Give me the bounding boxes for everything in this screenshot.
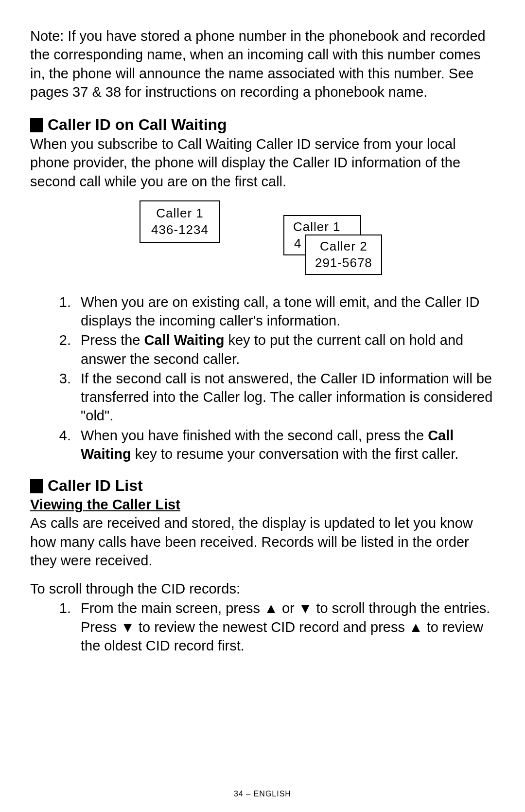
- step-1: When you are on existing call, a tone wi…: [75, 293, 495, 330]
- heading-text: Caller ID on Call Waiting: [48, 116, 227, 134]
- lcd-display-1: Caller 1 436-1234: [140, 200, 220, 243]
- lcd-front-line1: Caller 2: [315, 238, 372, 255]
- lcd-diagram-row: Caller 1 436-1234 Caller 1 4 Caller 2 29…: [30, 200, 495, 278]
- step4-pre: When you have finished with the second c…: [81, 428, 428, 443]
- heading-text: Caller ID List: [48, 477, 143, 495]
- scroll-step-1: From the main screen, press ▲ or ▼ to sc…: [75, 599, 495, 655]
- step-3: If the second call is not answered, the …: [75, 369, 495, 425]
- lcd-back-line1: Caller 1: [293, 219, 351, 235]
- up-arrow-icon: ▲: [409, 618, 423, 636]
- section-heading-caller-id-waiting: Caller ID on Call Waiting: [30, 116, 495, 134]
- s1d: to review the newest CID record and pres…: [135, 619, 409, 635]
- section1-body: When you subscribe to Call Waiting Calle…: [30, 135, 495, 191]
- subheading-viewing: Viewing the Caller List: [30, 497, 495, 513]
- section-heading-caller-id-list: Caller ID List: [30, 477, 495, 495]
- note-paragraph: Note: If you have stored a phone number …: [30, 27, 495, 101]
- down-arrow-icon: ▼: [298, 599, 313, 617]
- lcd-front-line2: 291-5678: [315, 255, 372, 271]
- heading-block-icon: [30, 118, 43, 132]
- heading-block-icon: [30, 479, 43, 493]
- lcd-front-display: Caller 2 291-5678: [305, 235, 382, 275]
- section2-steps: From the main screen, press ▲ or ▼ to sc…: [75, 599, 495, 655]
- section2-lead: To scroll through the CID records:: [30, 579, 495, 598]
- lcd-stack: Caller 1 4 Caller 2 291-5678: [283, 215, 385, 278]
- step-2: Press the Call Waiting key to put the cu…: [75, 331, 495, 368]
- down-arrow-icon: ▼: [121, 618, 135, 636]
- step4-post: key to resume your conversation with the…: [131, 446, 459, 462]
- s1b: or: [278, 600, 298, 616]
- section1-steps: When you are on existing call, a tone wi…: [75, 293, 495, 463]
- step2-key: Call Waiting: [144, 332, 225, 348]
- page-footer: 34 – ENGLISH: [0, 790, 525, 798]
- step-4: When you have finished with the second c…: [75, 426, 495, 464]
- lcd1-line1: Caller 1: [151, 205, 209, 222]
- s1a: From the main screen, press: [81, 600, 264, 616]
- lcd1-line2: 436-1234: [151, 222, 209, 238]
- step2-pre: Press the: [81, 332, 144, 348]
- up-arrow-icon: ▲: [264, 599, 278, 617]
- section2-body: As calls are received and stored, the di…: [30, 514, 495, 570]
